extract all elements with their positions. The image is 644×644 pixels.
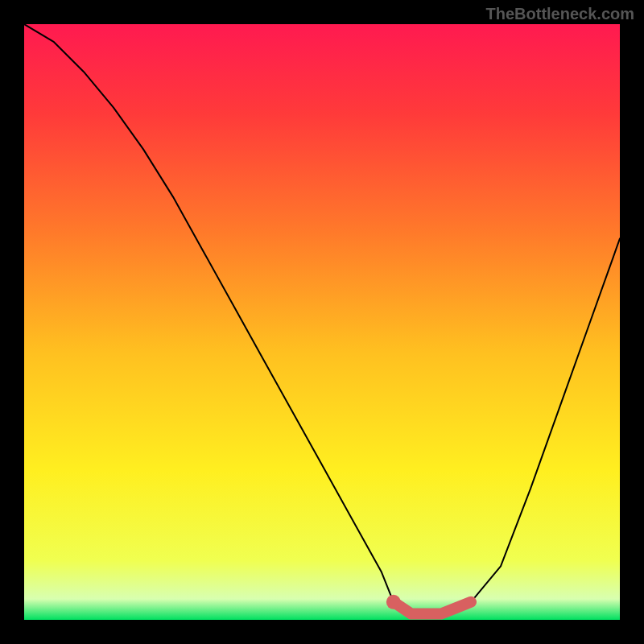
gradient-background [24, 24, 620, 620]
watermark-text: TheBottleneck.com [486, 5, 634, 23]
bottleneck-chart [24, 24, 620, 620]
chart-svg [24, 24, 620, 620]
optimal-start-dot-icon [386, 595, 401, 609]
